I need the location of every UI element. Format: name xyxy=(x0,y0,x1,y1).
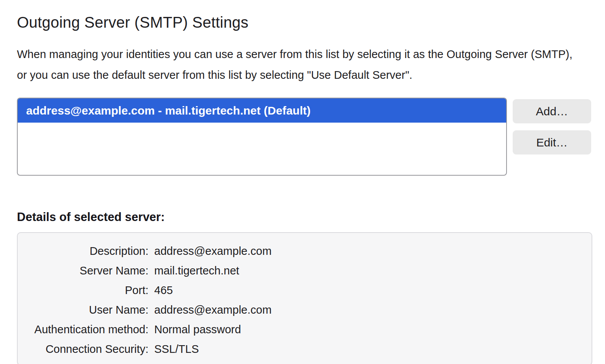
detail-label: User Name: xyxy=(18,304,148,316)
detail-value: Normal password xyxy=(154,323,241,336)
details-heading: Details of selected server: xyxy=(17,210,592,224)
detail-value: SSL/TLS xyxy=(154,343,199,356)
detail-value: mail.tigertech.net xyxy=(154,264,239,277)
detail-label: Server Name: xyxy=(18,264,148,277)
server-list-buttons: Add… Edit… xyxy=(513,99,591,155)
smtp-settings-page: Outgoing Server (SMTP) Settings When man… xyxy=(0,0,605,364)
detail-label: Connection Security: xyxy=(18,343,148,356)
detail-row-port: Port: 465 xyxy=(18,281,592,300)
edit-button[interactable]: Edit… xyxy=(513,130,591,155)
detail-value: 465 xyxy=(154,284,173,297)
detail-row-user-name: User Name: address@example.com xyxy=(18,300,592,320)
detail-label: Description: xyxy=(18,245,148,258)
server-list-row: address@example.com - mail.tigertech.net… xyxy=(17,98,592,176)
detail-row-auth-method: Authentication method: Normal password xyxy=(18,320,592,339)
detail-row-description: Description: address@example.com xyxy=(18,241,592,261)
detail-row-server-name: Server Name: mail.tigertech.net xyxy=(18,261,592,281)
detail-label: Port: xyxy=(18,284,148,297)
intro-text: When managing your identities you can us… xyxy=(17,44,582,85)
smtp-server-item-selected[interactable]: address@example.com - mail.tigertech.net… xyxy=(18,98,506,123)
detail-label: Authentication method: xyxy=(18,323,148,336)
detail-row-connection-security: Connection Security: SSL/TLS xyxy=(18,339,592,359)
server-details-panel: Description: address@example.com Server … xyxy=(17,232,592,364)
detail-value: address@example.com xyxy=(154,245,272,258)
page-title: Outgoing Server (SMTP) Settings xyxy=(17,14,592,31)
smtp-server-listbox[interactable]: address@example.com - mail.tigertech.net… xyxy=(17,98,507,176)
add-button[interactable]: Add… xyxy=(513,99,591,123)
detail-value: address@example.com xyxy=(154,304,272,316)
